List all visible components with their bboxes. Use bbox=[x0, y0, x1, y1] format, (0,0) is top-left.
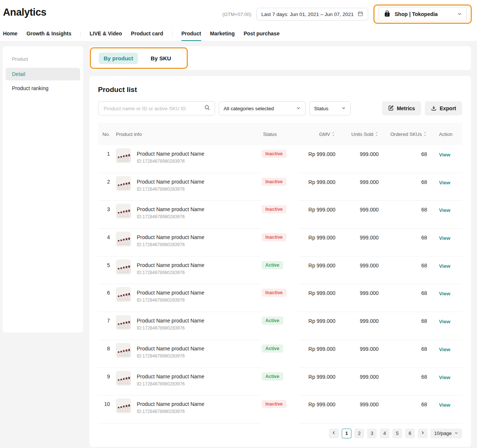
calendar-icon bbox=[357, 11, 363, 18]
sort-icon[interactable] bbox=[331, 131, 335, 137]
status-badge: Active bbox=[262, 317, 283, 325]
view-link[interactable]: View bbox=[439, 375, 451, 380]
page-button-4[interactable]: 4 bbox=[380, 429, 389, 438]
view-link[interactable]: View bbox=[439, 152, 451, 158]
status-badge: Inactive bbox=[262, 233, 287, 241]
page-button-2[interactable]: 2 bbox=[354, 429, 364, 438]
sort-icon[interactable] bbox=[423, 131, 427, 137]
search-input[interactable] bbox=[103, 105, 201, 112]
product-id: ID:17284678980283976 bbox=[137, 214, 204, 219]
product-list-card: Product list All categories selected Sta… bbox=[89, 76, 471, 447]
ordered-skus-cell: 68 bbox=[383, 257, 432, 285]
view-link[interactable]: View bbox=[439, 263, 451, 269]
action-cell: View bbox=[432, 368, 462, 396]
tab-by-product[interactable]: By product bbox=[99, 53, 138, 64]
table-row: 10 bbox=[98, 395, 462, 423]
nav-item-home[interactable]: Home bbox=[3, 31, 18, 41]
units-sold-cell: 999.000 bbox=[340, 145, 383, 173]
status-badge: Active bbox=[262, 261, 283, 269]
product-info-cell: Product Name product Name ID:17284678980… bbox=[113, 145, 262, 173]
column-header-product-info: Product info bbox=[113, 123, 262, 145]
view-link[interactable]: View bbox=[439, 402, 451, 408]
nav-item-growth-insights[interactable]: Growth & Insights bbox=[26, 31, 72, 41]
page-button-5[interactable]: 5 bbox=[392, 429, 402, 438]
units-sold-cell: 999.000 bbox=[340, 395, 383, 423]
product-thumbnail bbox=[116, 287, 131, 302]
product-id: ID:17284678980283976 bbox=[137, 298, 204, 303]
product-name: Product Name product Name bbox=[137, 179, 204, 185]
chevron-down-icon bbox=[296, 106, 301, 111]
nav-divider bbox=[80, 31, 80, 36]
action-cell: View bbox=[432, 284, 462, 312]
product-info-cell: Product Name product Name ID:17284678980… bbox=[113, 173, 262, 201]
status-cell: Active bbox=[262, 340, 299, 368]
nav-item-product-card[interactable]: Product card bbox=[131, 31, 163, 41]
product-info-cell: Product Name product Name ID:17284678980… bbox=[113, 284, 262, 312]
status-filter-value: Status bbox=[314, 106, 328, 111]
column-header-ordered-skus-label: Ordered SKUs bbox=[390, 131, 422, 137]
row-number: 7 bbox=[98, 312, 113, 340]
pagination-next-button[interactable] bbox=[418, 429, 427, 438]
table-row: 5 bbox=[98, 257, 462, 285]
gmv-cell: Rp 999.000 bbox=[299, 340, 340, 368]
units-sold-cell: 999.000 bbox=[340, 340, 383, 368]
status-badge: Active bbox=[262, 344, 283, 353]
table-row: 9 bbox=[98, 368, 462, 396]
column-header-status: Status bbox=[262, 123, 299, 145]
ordered-skus-cell: 68 bbox=[383, 145, 432, 173]
table-row: 4 bbox=[98, 229, 462, 257]
status-badge: Inactive bbox=[262, 205, 287, 213]
category-filter-select[interactable]: All categories selected bbox=[219, 101, 306, 115]
date-range-picker[interactable]: Last 7 days: Jun 01, 2021 – Jun 07, 2021 bbox=[256, 8, 368, 20]
sidebar-item-detail[interactable]: Detail bbox=[6, 68, 80, 80]
view-link[interactable]: View bbox=[439, 347, 451, 352]
status-cell: Inactive bbox=[262, 201, 299, 229]
view-link[interactable]: View bbox=[439, 291, 451, 296]
nav-item-product[interactable]: Product bbox=[181, 31, 201, 41]
tab-by-sku[interactable]: By SKU bbox=[151, 55, 171, 61]
product-id: ID:17284678980283976 bbox=[137, 270, 204, 275]
nav-item-live-video[interactable]: LIVE & Video bbox=[89, 31, 122, 41]
table-row: 3 bbox=[98, 201, 462, 229]
product-meta: Product Name product Name ID:17284678980… bbox=[137, 343, 204, 368]
page-size-select[interactable]: 10/page bbox=[430, 429, 462, 438]
sidebar-items: Detail Product ranking bbox=[6, 68, 80, 95]
view-link[interactable]: View bbox=[439, 319, 451, 324]
view-link[interactable]: View bbox=[439, 235, 451, 241]
action-cell: View bbox=[432, 173, 462, 201]
search-icon[interactable] bbox=[204, 105, 210, 112]
page-body: Product Detail Product ranking By produc… bbox=[0, 41, 477, 448]
row-number: 8 bbox=[98, 340, 113, 368]
page-button-6[interactable]: 6 bbox=[405, 429, 415, 438]
category-filter-value: All categories selected bbox=[224, 106, 274, 111]
nav-item-marketing[interactable]: Marketing bbox=[210, 31, 235, 41]
gmv-cell: Rp 999.000 bbox=[299, 173, 340, 201]
page-button-3[interactable]: 3 bbox=[367, 429, 377, 438]
view-link[interactable]: View bbox=[439, 180, 451, 185]
pagination-prev-button[interactable] bbox=[329, 429, 339, 438]
page-buttons: 1 2 3 4 5 6 bbox=[342, 429, 415, 438]
product-name: Product Name product Name bbox=[137, 151, 204, 157]
product-info-cell: Product Name product Name ID:17284678980… bbox=[113, 257, 262, 285]
sidebar-item-product-ranking[interactable]: Product ranking bbox=[6, 82, 80, 95]
status-filter-select[interactable]: Status bbox=[309, 101, 351, 115]
nav-item-post-purchase[interactable]: Post purchase bbox=[244, 31, 279, 41]
sidebar: Product Detail Product ranking bbox=[3, 46, 83, 333]
ordered-skus-cell: 68 bbox=[383, 368, 432, 396]
product-meta: Product Name product Name ID:17284678980… bbox=[137, 176, 204, 201]
status-badge: Inactive bbox=[262, 150, 287, 158]
product-name: Product Name product Name bbox=[137, 318, 204, 324]
page-button-1[interactable]: 1 bbox=[342, 429, 351, 438]
nav-divider bbox=[172, 31, 173, 36]
sort-icon[interactable] bbox=[375, 131, 379, 137]
view-link[interactable]: View bbox=[439, 207, 451, 213]
metrics-button[interactable]: Metrics bbox=[382, 101, 421, 115]
export-button[interactable]: Export bbox=[425, 101, 462, 115]
shop-selector[interactable]: ♪ Shop | Tokopedia bbox=[379, 7, 467, 21]
search-box bbox=[98, 101, 215, 115]
sidebar-section-label: Product bbox=[6, 55, 80, 68]
product-id: ID:17284678980283976 bbox=[137, 159, 204, 164]
status-cell: Inactive bbox=[262, 395, 299, 423]
product-name: Product Name product Name bbox=[137, 262, 204, 268]
main-nav: Home Growth & Insights LIVE & Video Prod… bbox=[0, 24, 477, 41]
